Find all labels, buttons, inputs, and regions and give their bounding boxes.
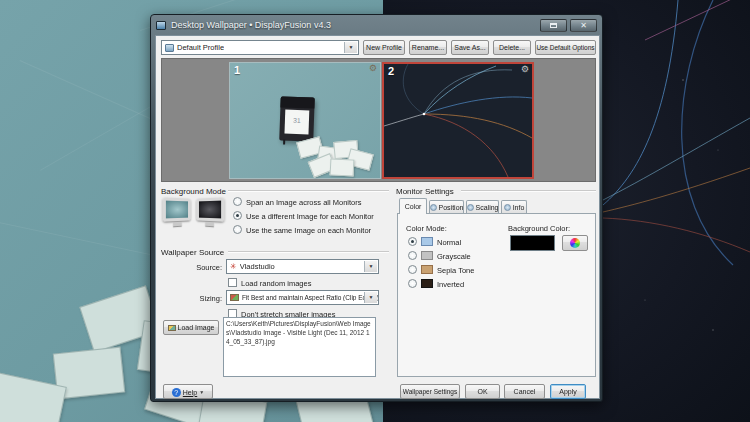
color-wheel-icon <box>570 238 580 248</box>
inverted-mode-icon <box>421 279 433 288</box>
info-tab-icon <box>504 204 511 211</box>
section-divider <box>461 190 596 192</box>
image-sizing-icon <box>230 294 239 301</box>
cancel-button[interactable]: Cancel <box>504 384 545 399</box>
new-profile-button[interactable]: New Profile <box>363 40 405 55</box>
close-button[interactable]: ✕ <box>570 19 597 32</box>
color-mode-normal-radio[interactable] <box>408 237 417 246</box>
wallpaper-settings-button[interactable]: Wallpaper Settings <box>400 384 460 399</box>
color-mode-inverted-radio[interactable] <box>408 279 417 288</box>
color-mode-grayscale-radio[interactable] <box>408 251 417 260</box>
paper-shape <box>330 158 355 176</box>
tab-info[interactable]: Info <box>501 200 527 213</box>
color-mode-grayscale-label[interactable]: Grayscale <box>437 252 471 261</box>
monitor-icon <box>163 197 191 221</box>
title-bar[interactable]: Desktop Wallpaper • DisplayFusion v4.3 ✕ <box>151 15 602 35</box>
tab-scaling-label: Scaling <box>476 204 499 211</box>
help-button[interactable]: ?Help▼ <box>163 384 213 399</box>
source-dropdown[interactable]: ✳ Vladstudio ▼ <box>226 259 379 274</box>
tab-scaling[interactable]: Scaling <box>466 200 499 213</box>
profile-icon <box>165 44 174 52</box>
section-divider <box>228 190 389 192</box>
save-as-button[interactable]: Save As... <box>451 40 489 55</box>
profile-dropdown[interactable]: Default Profile ▼ <box>161 40 359 55</box>
different-image-radio[interactable] <box>233 211 242 220</box>
background-color-label: Background Color: <box>508 224 570 233</box>
background-color-swatch <box>510 235 555 251</box>
wallpaper-source-title: Wallpaper Source <box>161 248 224 257</box>
vladstudio-icon: ✳ <box>230 263 237 271</box>
source-value: Vladstudio <box>240 262 275 271</box>
monitor-preview-panel: 1 ⚙ 31 2 ⚙ <box>161 58 596 182</box>
source-label: Source: <box>182 263 222 272</box>
tab-color[interactable]: Color <box>399 198 427 214</box>
ok-button[interactable]: OK <box>465 384 500 399</box>
monitor-icon <box>196 197 224 221</box>
load-random-label[interactable]: Load random images <box>241 279 311 288</box>
color-mode-label: Color Mode: <box>406 224 447 233</box>
same-image-radio[interactable] <box>233 225 242 234</box>
chevron-down-icon[interactable]: ▼ <box>364 292 377 303</box>
monitor-settings-title: Monitor Settings <box>396 187 454 196</box>
help-label: Help <box>183 389 197 396</box>
monitor-1-preview[interactable]: 1 ⚙ 31 <box>229 62 381 179</box>
span-image-radio[interactable] <box>233 197 242 206</box>
tab-position-label: Position <box>439 204 464 211</box>
section-divider <box>228 251 389 253</box>
calendar-leg <box>283 140 285 145</box>
background-mode-monitors-icon <box>162 196 226 234</box>
chevron-down-icon[interactable]: ▼ <box>364 261 377 272</box>
app-icon <box>156 21 166 30</box>
delete-button[interactable]: Delete... <box>493 40 531 55</box>
different-image-label[interactable]: Use a different Image for each Monitor <box>246 212 374 221</box>
sepia-mode-icon <box>421 265 433 274</box>
calendar-top <box>280 96 314 108</box>
grayscale-mode-icon <box>421 251 433 260</box>
load-image-icon <box>168 325 176 331</box>
same-image-label[interactable]: Use the same Image on each Monitor <box>246 226 371 235</box>
calendar-page: 31 <box>284 110 309 135</box>
monitor-1-number: 1 <box>234 64 240 76</box>
help-icon: ? <box>172 388 181 397</box>
calendar-graphic: 31 <box>279 96 315 141</box>
chevron-down-icon: ▼ <box>199 389 204 395</box>
image-path-box[interactable]: C:\Users\Keith\Pictures\DisplayFusion\We… <box>223 317 376 377</box>
load-image-button[interactable]: Load Image <box>163 320 219 335</box>
rename-button[interactable]: Rename... <box>409 40 447 55</box>
chevron-down-icon[interactable]: ▼ <box>344 42 357 53</box>
dialog-client-area: Default Profile ▼ New Profile Rename... … <box>155 35 600 399</box>
tab-color-label: Color <box>405 203 422 210</box>
maximize-button[interactable] <box>540 19 567 32</box>
use-default-options-button[interactable]: Use Default Options <box>535 40 596 55</box>
color-mode-sepia-radio[interactable] <box>408 265 417 274</box>
background-mode-title: Background Mode <box>161 187 226 196</box>
load-image-label: Load Image <box>178 324 215 331</box>
maximize-icon <box>550 23 557 28</box>
color-mode-normal-label[interactable]: Normal <box>437 238 461 247</box>
displayfusion-dialog: Desktop Wallpaper • DisplayFusion v4.3 ✕… <box>150 14 603 402</box>
normal-mode-icon <box>421 237 433 246</box>
span-image-label[interactable]: Span an Image across all Monitors <box>246 198 361 207</box>
color-mode-sepia-label[interactable]: Sepia Tone <box>437 266 474 275</box>
apply-button[interactable]: Apply <box>550 384 586 399</box>
monitor-1-gear-icon[interactable]: ⚙ <box>369 63 377 73</box>
sizing-value: Fit Best and maintain Aspect Ratio (Clip… <box>242 294 378 301</box>
color-picker-button[interactable] <box>562 235 588 251</box>
load-random-checkbox[interactable] <box>228 278 237 287</box>
monitor-2-preview[interactable]: 2 ⚙ <box>382 62 534 179</box>
color-mode-inverted-label[interactable]: Inverted <box>437 280 464 289</box>
light-trails-thumbnail <box>384 64 532 177</box>
sizing-dropdown[interactable]: Fit Best and maintain Aspect Ratio (Clip… <box>226 290 379 305</box>
profile-value: Default Profile <box>177 43 224 52</box>
tab-info-label: Info <box>513 204 525 211</box>
window-title: Desktop Wallpaper • DisplayFusion v4.3 <box>171 20 537 30</box>
tab-position[interactable]: Position <box>429 200 464 213</box>
scaling-tab-icon <box>467 204 474 211</box>
sizing-label: Sizing: <box>182 294 222 303</box>
position-tab-icon <box>430 204 437 211</box>
